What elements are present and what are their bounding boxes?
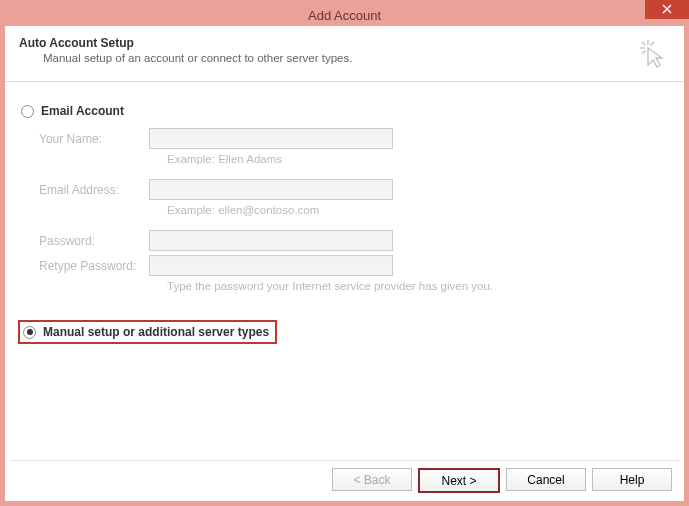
cancel-button[interactable]: Cancel [506, 468, 586, 491]
wizard-content: Email Account Your Name: Example: Ellen … [5, 82, 684, 344]
your-name-hint: Example: Ellen Adams [167, 153, 668, 165]
footer-separator [10, 460, 679, 461]
email-label: Email Address: [39, 183, 149, 197]
back-button: < Back [332, 468, 412, 491]
email-account-radio[interactable] [21, 105, 34, 118]
close-icon [662, 4, 672, 14]
email-hint: Example: ellen@contoso.com [167, 204, 668, 216]
email-account-option[interactable]: Email Account [21, 104, 668, 118]
header-subtitle: Manual setup of an account or connect to… [43, 52, 352, 64]
retype-password-input [149, 255, 393, 276]
email-form-section: Your Name: Example: Ellen Adams Email Ad… [39, 128, 668, 292]
your-name-label: Your Name: [39, 132, 149, 146]
next-button[interactable]: Next > [418, 468, 500, 493]
wizard-header: Auto Account Setup Manual setup of an ac… [5, 26, 684, 82]
close-button[interactable] [645, 0, 689, 19]
add-account-window: Add Account Auto Account Setup Manual se… [0, 0, 689, 506]
retype-password-label: Retype Password: [39, 259, 149, 273]
manual-setup-radio[interactable] [23, 326, 36, 339]
password-hint: Type the password your Internet service … [167, 280, 668, 292]
password-input [149, 230, 393, 251]
your-name-input [149, 128, 393, 149]
window-title: Add Account [308, 8, 381, 23]
cursor-click-icon [638, 38, 668, 71]
email-input [149, 179, 393, 200]
svg-line-4 [642, 51, 646, 55]
manual-setup-label: Manual setup or additional server types [43, 325, 269, 339]
manual-setup-option[interactable]: Manual setup or additional server types [18, 320, 277, 344]
email-account-label: Email Account [41, 104, 124, 118]
titlebar: Add Account [5, 4, 684, 26]
help-button[interactable]: Help [592, 468, 672, 491]
header-title: Auto Account Setup [19, 36, 352, 50]
password-label: Password: [39, 234, 149, 248]
svg-line-3 [651, 42, 655, 46]
svg-line-2 [642, 42, 646, 46]
wizard-button-bar: < Back Next > Cancel Help [332, 468, 672, 493]
